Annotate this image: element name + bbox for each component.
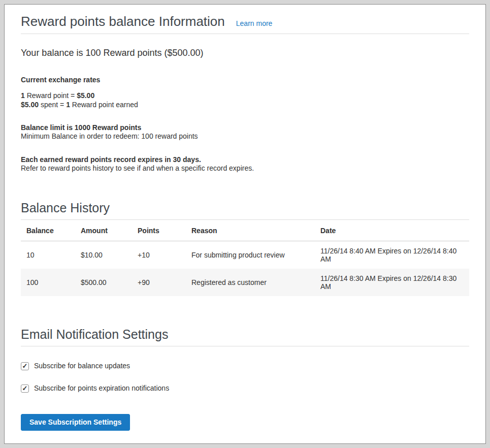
subscribe-balance-label[interactable]: Subscribe for balance updates [34,362,130,370]
exchange-rates-heading: Current exchange rates [21,76,469,84]
rate1-points: 1 [21,91,25,100]
cell-balance: 10 [21,241,75,269]
cell-reason: Registered as customer [186,269,315,296]
save-subscription-button[interactable]: Save Subscription Settings [21,414,130,431]
rate2-tail: Reward point earned [70,101,138,109]
balance-history-section: Balance History Balance Amount Points Re… [21,200,469,296]
table-row: 100 $500.00 +90 Registered as customer 1… [21,269,469,296]
cell-date: 11/26/14 8:30 AM Expires on 12/26/14 8:3… [315,269,469,296]
cell-amount: $500.00 [75,269,132,296]
exchange-rate-line-2: $5.00 spent = 1 Reward point earned [21,100,469,109]
subscribe-expiration-label[interactable]: Subscribe for points expiration notifica… [34,384,169,393]
cell-date: 11/26/14 8:40 AM Expires on 12/26/14 8:4… [315,241,469,269]
column-header-date: Date [315,220,469,241]
table-row: 10 $10.00 +10 For submitting product rev… [21,241,469,269]
balance-history-table: Balance Amount Points Reason Date 10 $10… [21,220,469,296]
rate2-points: 1 [66,101,70,109]
column-header-reason: Reason [186,220,315,241]
column-header-balance: Balance [21,220,75,241]
email-settings-section: Email Notification Settings Subscribe fo… [21,327,469,431]
subscribe-expiration-checkbox[interactable] [21,385,29,393]
subscribe-balance-row: Subscribe for balance updates [21,362,469,370]
rate2-text: spent = [39,101,66,109]
email-settings-title: Email Notification Settings [21,327,469,346]
page-header: Reward points balance Information Learn … [21,14,469,34]
rate1-money: $5.00 [77,91,94,100]
cell-amount: $10.00 [75,241,132,269]
minimum-balance-text: Minimum Balance in order to redeem: 100 … [21,132,469,141]
cell-reason: For submitting product review [186,241,315,269]
page-title: Reward points balance Information [21,14,225,29]
reward-points-panel: Reward points balance Information Learn … [4,4,486,444]
column-header-amount: Amount [75,220,132,241]
learn-more-link[interactable]: Learn more [236,19,273,27]
expiry-heading: Each earned reward points record expires… [21,155,469,164]
rate1-text: Reward point = [25,91,77,100]
exchange-rate-line-1: 1 Reward point = $5.00 [21,91,469,100]
balance-history-title: Balance History [21,200,469,220]
cell-points: +90 [132,269,186,296]
balance-summary: Your balance is 100 Reward points ($500.… [21,48,469,58]
cell-points: +10 [132,241,186,269]
cell-balance: 100 [21,269,75,296]
expiry-text: Refer to reward points history to see if… [21,164,469,173]
subscribe-balance-checkbox[interactable] [21,362,29,370]
rate2-money: $5.00 [21,101,39,109]
table-header-row: Balance Amount Points Reason Date [21,220,469,241]
subscribe-expiration-row: Subscribe for points expiration notifica… [21,384,469,393]
column-header-points: Points [132,220,186,241]
balance-limit-heading: Balance limit is 1000 Reward points [21,123,469,132]
exchange-rates: 1 Reward point = $5.00 $5.00 spent = 1 R… [21,91,469,109]
